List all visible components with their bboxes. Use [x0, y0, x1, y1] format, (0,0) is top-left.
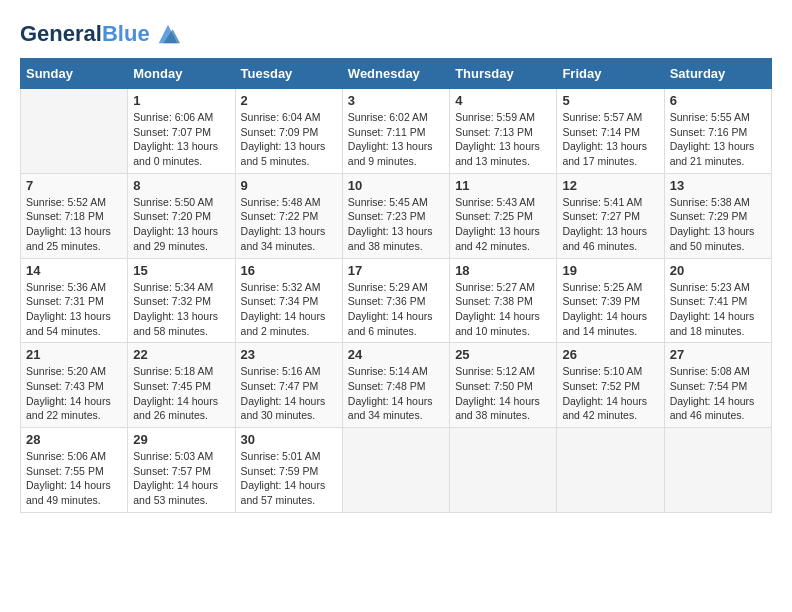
day-number: 24 [348, 347, 444, 362]
calendar-cell [664, 428, 771, 513]
day-info: Sunrise: 5:50 AMSunset: 7:20 PMDaylight:… [133, 195, 229, 254]
day-info: Sunrise: 5:01 AMSunset: 7:59 PMDaylight:… [241, 449, 337, 508]
day-info: Sunrise: 5:12 AMSunset: 7:50 PMDaylight:… [455, 364, 551, 423]
calendar-cell: 19Sunrise: 5:25 AMSunset: 7:39 PMDayligh… [557, 258, 664, 343]
day-number: 14 [26, 263, 122, 278]
day-info: Sunrise: 5:18 AMSunset: 7:45 PMDaylight:… [133, 364, 229, 423]
calendar-cell: 11Sunrise: 5:43 AMSunset: 7:25 PMDayligh… [450, 173, 557, 258]
header-friday: Friday [557, 59, 664, 89]
day-info: Sunrise: 5:06 AMSunset: 7:55 PMDaylight:… [26, 449, 122, 508]
day-number: 8 [133, 178, 229, 193]
logo-text: GeneralBlue [20, 22, 150, 46]
calendar-cell: 30Sunrise: 5:01 AMSunset: 7:59 PMDayligh… [235, 428, 342, 513]
day-number: 23 [241, 347, 337, 362]
page-header: GeneralBlue [20, 20, 772, 48]
calendar-cell: 21Sunrise: 5:20 AMSunset: 7:43 PMDayligh… [21, 343, 128, 428]
calendar-cell: 16Sunrise: 5:32 AMSunset: 7:34 PMDayligh… [235, 258, 342, 343]
calendar-cell: 24Sunrise: 5:14 AMSunset: 7:48 PMDayligh… [342, 343, 449, 428]
day-number: 9 [241, 178, 337, 193]
calendar-table: SundayMondayTuesdayWednesdayThursdayFrid… [20, 58, 772, 513]
day-info: Sunrise: 5:55 AMSunset: 7:16 PMDaylight:… [670, 110, 766, 169]
day-number: 17 [348, 263, 444, 278]
day-number: 16 [241, 263, 337, 278]
day-info: Sunrise: 5:08 AMSunset: 7:54 PMDaylight:… [670, 364, 766, 423]
day-number: 27 [670, 347, 766, 362]
calendar-cell: 8Sunrise: 5:50 AMSunset: 7:20 PMDaylight… [128, 173, 235, 258]
day-number: 21 [26, 347, 122, 362]
day-info: Sunrise: 5:29 AMSunset: 7:36 PMDaylight:… [348, 280, 444, 339]
day-number: 30 [241, 432, 337, 447]
day-number: 28 [26, 432, 122, 447]
day-info: Sunrise: 5:52 AMSunset: 7:18 PMDaylight:… [26, 195, 122, 254]
calendar-cell: 27Sunrise: 5:08 AMSunset: 7:54 PMDayligh… [664, 343, 771, 428]
calendar-cell: 4Sunrise: 5:59 AMSunset: 7:13 PMDaylight… [450, 89, 557, 174]
day-info: Sunrise: 5:10 AMSunset: 7:52 PMDaylight:… [562, 364, 658, 423]
day-number: 26 [562, 347, 658, 362]
day-number: 13 [670, 178, 766, 193]
calendar-cell: 10Sunrise: 5:45 AMSunset: 7:23 PMDayligh… [342, 173, 449, 258]
calendar-cell: 3Sunrise: 6:02 AMSunset: 7:11 PMDaylight… [342, 89, 449, 174]
calendar-cell: 1Sunrise: 6:06 AMSunset: 7:07 PMDaylight… [128, 89, 235, 174]
calendar-header-row: SundayMondayTuesdayWednesdayThursdayFrid… [21, 59, 772, 89]
day-number: 3 [348, 93, 444, 108]
header-saturday: Saturday [664, 59, 771, 89]
day-number: 22 [133, 347, 229, 362]
calendar-cell: 13Sunrise: 5:38 AMSunset: 7:29 PMDayligh… [664, 173, 771, 258]
calendar-cell [557, 428, 664, 513]
day-info: Sunrise: 5:48 AMSunset: 7:22 PMDaylight:… [241, 195, 337, 254]
header-thursday: Thursday [450, 59, 557, 89]
header-tuesday: Tuesday [235, 59, 342, 89]
header-wednesday: Wednesday [342, 59, 449, 89]
calendar-cell: 25Sunrise: 5:12 AMSunset: 7:50 PMDayligh… [450, 343, 557, 428]
day-info: Sunrise: 5:14 AMSunset: 7:48 PMDaylight:… [348, 364, 444, 423]
calendar-cell: 17Sunrise: 5:29 AMSunset: 7:36 PMDayligh… [342, 258, 449, 343]
day-info: Sunrise: 5:38 AMSunset: 7:29 PMDaylight:… [670, 195, 766, 254]
calendar-cell [21, 89, 128, 174]
calendar-cell [342, 428, 449, 513]
calendar-cell: 5Sunrise: 5:57 AMSunset: 7:14 PMDaylight… [557, 89, 664, 174]
day-number: 4 [455, 93, 551, 108]
day-number: 5 [562, 93, 658, 108]
calendar-cell: 2Sunrise: 6:04 AMSunset: 7:09 PMDaylight… [235, 89, 342, 174]
logo-icon [154, 20, 182, 48]
day-number: 15 [133, 263, 229, 278]
day-info: Sunrise: 5:03 AMSunset: 7:57 PMDaylight:… [133, 449, 229, 508]
calendar-cell: 6Sunrise: 5:55 AMSunset: 7:16 PMDaylight… [664, 89, 771, 174]
day-info: Sunrise: 5:57 AMSunset: 7:14 PMDaylight:… [562, 110, 658, 169]
day-number: 7 [26, 178, 122, 193]
logo: GeneralBlue [20, 20, 182, 48]
week-row-5: 28Sunrise: 5:06 AMSunset: 7:55 PMDayligh… [21, 428, 772, 513]
day-number: 10 [348, 178, 444, 193]
header-monday: Monday [128, 59, 235, 89]
calendar-cell [450, 428, 557, 513]
calendar-cell: 12Sunrise: 5:41 AMSunset: 7:27 PMDayligh… [557, 173, 664, 258]
day-number: 6 [670, 93, 766, 108]
calendar-cell: 22Sunrise: 5:18 AMSunset: 7:45 PMDayligh… [128, 343, 235, 428]
day-number: 29 [133, 432, 229, 447]
day-info: Sunrise: 5:59 AMSunset: 7:13 PMDaylight:… [455, 110, 551, 169]
day-number: 19 [562, 263, 658, 278]
day-number: 2 [241, 93, 337, 108]
calendar-cell: 29Sunrise: 5:03 AMSunset: 7:57 PMDayligh… [128, 428, 235, 513]
day-info: Sunrise: 5:25 AMSunset: 7:39 PMDaylight:… [562, 280, 658, 339]
day-number: 25 [455, 347, 551, 362]
day-info: Sunrise: 6:06 AMSunset: 7:07 PMDaylight:… [133, 110, 229, 169]
day-number: 11 [455, 178, 551, 193]
week-row-4: 21Sunrise: 5:20 AMSunset: 7:43 PMDayligh… [21, 343, 772, 428]
week-row-1: 1Sunrise: 6:06 AMSunset: 7:07 PMDaylight… [21, 89, 772, 174]
day-info: Sunrise: 5:36 AMSunset: 7:31 PMDaylight:… [26, 280, 122, 339]
header-sunday: Sunday [21, 59, 128, 89]
day-info: Sunrise: 5:34 AMSunset: 7:32 PMDaylight:… [133, 280, 229, 339]
day-info: Sunrise: 5:23 AMSunset: 7:41 PMDaylight:… [670, 280, 766, 339]
calendar-cell: 20Sunrise: 5:23 AMSunset: 7:41 PMDayligh… [664, 258, 771, 343]
calendar-cell: 18Sunrise: 5:27 AMSunset: 7:38 PMDayligh… [450, 258, 557, 343]
day-info: Sunrise: 5:41 AMSunset: 7:27 PMDaylight:… [562, 195, 658, 254]
day-info: Sunrise: 5:32 AMSunset: 7:34 PMDaylight:… [241, 280, 337, 339]
day-number: 18 [455, 263, 551, 278]
calendar-cell: 14Sunrise: 5:36 AMSunset: 7:31 PMDayligh… [21, 258, 128, 343]
week-row-3: 14Sunrise: 5:36 AMSunset: 7:31 PMDayligh… [21, 258, 772, 343]
calendar-cell: 7Sunrise: 5:52 AMSunset: 7:18 PMDaylight… [21, 173, 128, 258]
day-info: Sunrise: 5:27 AMSunset: 7:38 PMDaylight:… [455, 280, 551, 339]
day-number: 1 [133, 93, 229, 108]
day-info: Sunrise: 5:45 AMSunset: 7:23 PMDaylight:… [348, 195, 444, 254]
